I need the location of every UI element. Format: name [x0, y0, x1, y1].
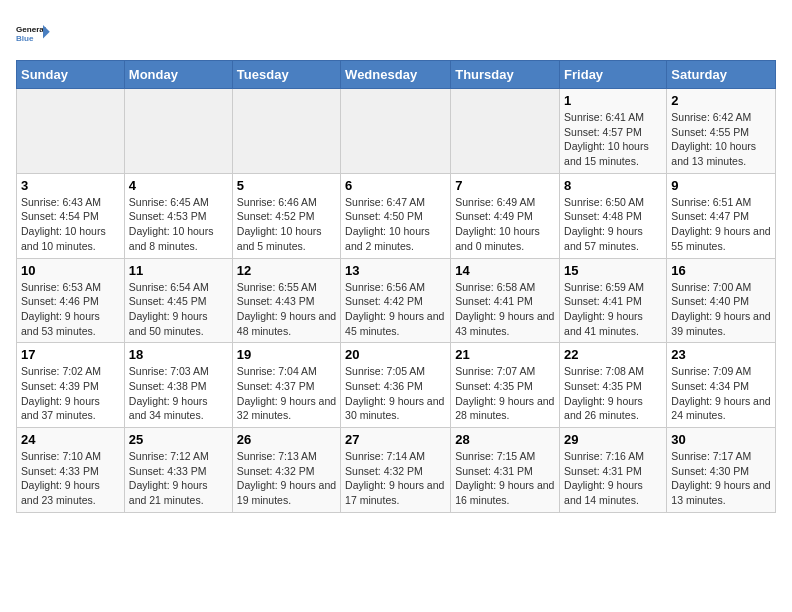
- day-cell: 28Sunrise: 7:15 AM Sunset: 4:31 PM Dayli…: [451, 428, 560, 513]
- day-cell: [124, 89, 232, 174]
- day-cell: 7Sunrise: 6:49 AM Sunset: 4:49 PM Daylig…: [451, 173, 560, 258]
- day-info: Sunrise: 6:54 AM Sunset: 4:45 PM Dayligh…: [129, 280, 228, 339]
- header-tuesday: Tuesday: [232, 61, 340, 89]
- day-cell: 25Sunrise: 7:12 AM Sunset: 4:33 PM Dayli…: [124, 428, 232, 513]
- day-cell: 2Sunrise: 6:42 AM Sunset: 4:55 PM Daylig…: [667, 89, 776, 174]
- day-info: Sunrise: 7:04 AM Sunset: 4:37 PM Dayligh…: [237, 364, 336, 423]
- day-number: 6: [345, 178, 446, 193]
- day-info: Sunrise: 7:05 AM Sunset: 4:36 PM Dayligh…: [345, 364, 446, 423]
- day-info: Sunrise: 6:43 AM Sunset: 4:54 PM Dayligh…: [21, 195, 120, 254]
- day-info: Sunrise: 6:46 AM Sunset: 4:52 PM Dayligh…: [237, 195, 336, 254]
- day-number: 11: [129, 263, 228, 278]
- day-cell: [232, 89, 340, 174]
- day-info: Sunrise: 6:53 AM Sunset: 4:46 PM Dayligh…: [21, 280, 120, 339]
- day-number: 28: [455, 432, 555, 447]
- week-row-4: 17Sunrise: 7:02 AM Sunset: 4:39 PM Dayli…: [17, 343, 776, 428]
- day-info: Sunrise: 7:10 AM Sunset: 4:33 PM Dayligh…: [21, 449, 120, 508]
- day-info: Sunrise: 7:03 AM Sunset: 4:38 PM Dayligh…: [129, 364, 228, 423]
- calendar-table: SundayMondayTuesdayWednesdayThursdayFrid…: [16, 60, 776, 513]
- header-wednesday: Wednesday: [341, 61, 451, 89]
- day-info: Sunrise: 7:02 AM Sunset: 4:39 PM Dayligh…: [21, 364, 120, 423]
- day-number: 27: [345, 432, 446, 447]
- day-cell: [341, 89, 451, 174]
- day-info: Sunrise: 6:55 AM Sunset: 4:43 PM Dayligh…: [237, 280, 336, 339]
- day-number: 18: [129, 347, 228, 362]
- week-row-1: 1Sunrise: 6:41 AM Sunset: 4:57 PM Daylig…: [17, 89, 776, 174]
- day-cell: 3Sunrise: 6:43 AM Sunset: 4:54 PM Daylig…: [17, 173, 125, 258]
- header-saturday: Saturday: [667, 61, 776, 89]
- logo-icon: GeneralBlue: [16, 16, 52, 52]
- day-number: 23: [671, 347, 771, 362]
- day-info: Sunrise: 6:42 AM Sunset: 4:55 PM Dayligh…: [671, 110, 771, 169]
- day-cell: 29Sunrise: 7:16 AM Sunset: 4:31 PM Dayli…: [560, 428, 667, 513]
- week-row-5: 24Sunrise: 7:10 AM Sunset: 4:33 PM Dayli…: [17, 428, 776, 513]
- day-cell: 22Sunrise: 7:08 AM Sunset: 4:35 PM Dayli…: [560, 343, 667, 428]
- day-cell: 17Sunrise: 7:02 AM Sunset: 4:39 PM Dayli…: [17, 343, 125, 428]
- svg-text:General: General: [16, 25, 46, 34]
- day-cell: 11Sunrise: 6:54 AM Sunset: 4:45 PM Dayli…: [124, 258, 232, 343]
- day-info: Sunrise: 6:41 AM Sunset: 4:57 PM Dayligh…: [564, 110, 662, 169]
- day-info: Sunrise: 7:13 AM Sunset: 4:32 PM Dayligh…: [237, 449, 336, 508]
- day-number: 15: [564, 263, 662, 278]
- day-info: Sunrise: 6:45 AM Sunset: 4:53 PM Dayligh…: [129, 195, 228, 254]
- day-number: 13: [345, 263, 446, 278]
- day-info: Sunrise: 7:07 AM Sunset: 4:35 PM Dayligh…: [455, 364, 555, 423]
- header-thursday: Thursday: [451, 61, 560, 89]
- logo: GeneralBlue: [16, 16, 52, 52]
- day-cell: 5Sunrise: 6:46 AM Sunset: 4:52 PM Daylig…: [232, 173, 340, 258]
- svg-marker-2: [43, 25, 50, 39]
- day-cell: 13Sunrise: 6:56 AM Sunset: 4:42 PM Dayli…: [341, 258, 451, 343]
- day-cell: 19Sunrise: 7:04 AM Sunset: 4:37 PM Dayli…: [232, 343, 340, 428]
- day-info: Sunrise: 6:56 AM Sunset: 4:42 PM Dayligh…: [345, 280, 446, 339]
- svg-text:Blue: Blue: [16, 34, 34, 43]
- day-info: Sunrise: 6:47 AM Sunset: 4:50 PM Dayligh…: [345, 195, 446, 254]
- day-number: 24: [21, 432, 120, 447]
- day-cell: 14Sunrise: 6:58 AM Sunset: 4:41 PM Dayli…: [451, 258, 560, 343]
- day-cell: [17, 89, 125, 174]
- header-sunday: Sunday: [17, 61, 125, 89]
- header-friday: Friday: [560, 61, 667, 89]
- week-row-2: 3Sunrise: 6:43 AM Sunset: 4:54 PM Daylig…: [17, 173, 776, 258]
- day-number: 4: [129, 178, 228, 193]
- day-info: Sunrise: 7:16 AM Sunset: 4:31 PM Dayligh…: [564, 449, 662, 508]
- day-cell: 8Sunrise: 6:50 AM Sunset: 4:48 PM Daylig…: [560, 173, 667, 258]
- day-number: 10: [21, 263, 120, 278]
- day-cell: [451, 89, 560, 174]
- day-cell: 21Sunrise: 7:07 AM Sunset: 4:35 PM Dayli…: [451, 343, 560, 428]
- day-cell: 26Sunrise: 7:13 AM Sunset: 4:32 PM Dayli…: [232, 428, 340, 513]
- day-info: Sunrise: 7:08 AM Sunset: 4:35 PM Dayligh…: [564, 364, 662, 423]
- day-cell: 4Sunrise: 6:45 AM Sunset: 4:53 PM Daylig…: [124, 173, 232, 258]
- day-cell: 15Sunrise: 6:59 AM Sunset: 4:41 PM Dayli…: [560, 258, 667, 343]
- day-info: Sunrise: 7:12 AM Sunset: 4:33 PM Dayligh…: [129, 449, 228, 508]
- day-number: 2: [671, 93, 771, 108]
- day-number: 29: [564, 432, 662, 447]
- day-number: 12: [237, 263, 336, 278]
- day-info: Sunrise: 7:15 AM Sunset: 4:31 PM Dayligh…: [455, 449, 555, 508]
- day-number: 22: [564, 347, 662, 362]
- day-number: 5: [237, 178, 336, 193]
- day-number: 26: [237, 432, 336, 447]
- day-cell: 30Sunrise: 7:17 AM Sunset: 4:30 PM Dayli…: [667, 428, 776, 513]
- day-number: 30: [671, 432, 771, 447]
- day-cell: 20Sunrise: 7:05 AM Sunset: 4:36 PM Dayli…: [341, 343, 451, 428]
- day-info: Sunrise: 6:59 AM Sunset: 4:41 PM Dayligh…: [564, 280, 662, 339]
- day-cell: 6Sunrise: 6:47 AM Sunset: 4:50 PM Daylig…: [341, 173, 451, 258]
- day-cell: 12Sunrise: 6:55 AM Sunset: 4:43 PM Dayli…: [232, 258, 340, 343]
- day-info: Sunrise: 7:17 AM Sunset: 4:30 PM Dayligh…: [671, 449, 771, 508]
- day-cell: 23Sunrise: 7:09 AM Sunset: 4:34 PM Dayli…: [667, 343, 776, 428]
- day-number: 3: [21, 178, 120, 193]
- day-number: 9: [671, 178, 771, 193]
- day-info: Sunrise: 6:58 AM Sunset: 4:41 PM Dayligh…: [455, 280, 555, 339]
- day-cell: 16Sunrise: 7:00 AM Sunset: 4:40 PM Dayli…: [667, 258, 776, 343]
- day-number: 16: [671, 263, 771, 278]
- day-info: Sunrise: 7:14 AM Sunset: 4:32 PM Dayligh…: [345, 449, 446, 508]
- day-info: Sunrise: 6:51 AM Sunset: 4:47 PM Dayligh…: [671, 195, 771, 254]
- day-cell: 18Sunrise: 7:03 AM Sunset: 4:38 PM Dayli…: [124, 343, 232, 428]
- day-number: 19: [237, 347, 336, 362]
- day-number: 1: [564, 93, 662, 108]
- day-number: 7: [455, 178, 555, 193]
- day-cell: 9Sunrise: 6:51 AM Sunset: 4:47 PM Daylig…: [667, 173, 776, 258]
- day-number: 20: [345, 347, 446, 362]
- day-number: 8: [564, 178, 662, 193]
- day-info: Sunrise: 7:00 AM Sunset: 4:40 PM Dayligh…: [671, 280, 771, 339]
